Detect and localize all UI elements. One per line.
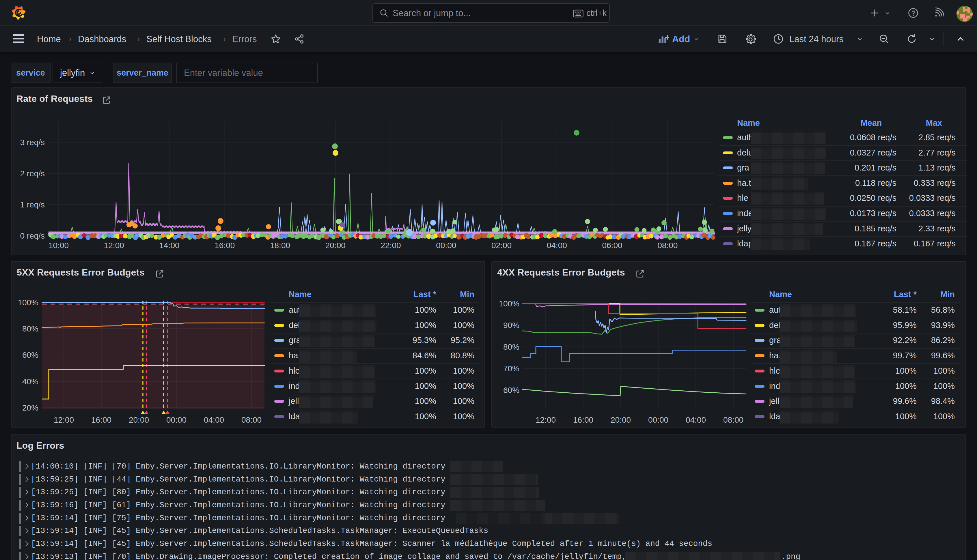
svg-text:100%: 100% <box>18 298 38 307</box>
svg-text:60%: 60% <box>503 386 519 395</box>
svg-text:08:00: 08:00 <box>241 415 262 424</box>
svg-text:16:00: 16:00 <box>91 415 112 424</box>
svg-text:20:00: 20:00 <box>611 415 631 424</box>
svg-text:90%: 90% <box>503 321 519 330</box>
svg-text:04:00: 04:00 <box>686 415 706 424</box>
svg-text:20%: 20% <box>22 403 38 412</box>
svg-text:80%: 80% <box>22 324 38 333</box>
svg-text:60%: 60% <box>22 350 38 360</box>
svg-text:80%: 80% <box>503 342 519 352</box>
svg-text:00:00: 00:00 <box>166 415 187 424</box>
svg-text:00:00: 00:00 <box>648 415 668 424</box>
svg-text:08:00: 08:00 <box>723 415 743 424</box>
svg-text:12:00: 12:00 <box>536 415 556 424</box>
svg-text:04:00: 04:00 <box>204 415 224 424</box>
svg-text:12:00: 12:00 <box>54 415 74 424</box>
svg-text:40%: 40% <box>22 377 38 386</box>
svg-text:100%: 100% <box>499 299 519 308</box>
svg-text:70%: 70% <box>503 364 519 373</box>
svg-text:20:00: 20:00 <box>129 415 149 424</box>
svg-text:16:00: 16:00 <box>573 415 593 424</box>
